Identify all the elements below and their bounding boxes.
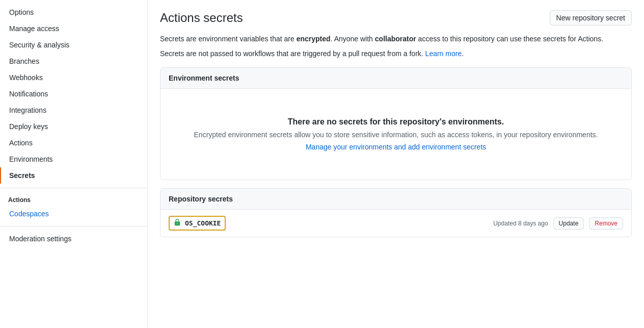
sidebar-item-deploy-keys[interactable]: Deploy keys [0, 118, 147, 135]
desc1-post: access to this repository can use these … [416, 35, 603, 43]
desc2-post: . [462, 49, 464, 58]
sidebar-item-notifications[interactable]: Notifications [0, 86, 147, 102]
environment-secrets-header: Environment secrets [160, 68, 631, 89]
description-line2: Secrets are not passed to workflows that… [160, 48, 632, 59]
learn-more-link[interactable]: Learn more [425, 49, 462, 58]
empty-state-desc: Encrypted environment secrets allow you … [177, 131, 615, 139]
sidebar-item-codespaces[interactable]: Codespaces [0, 206, 147, 222]
empty-state-title: There are no secrets for this repository… [177, 117, 615, 127]
sidebar-item-manage-access[interactable]: Manage access [0, 20, 147, 37]
remove-secret-button[interactable]: Remove [589, 217, 623, 230]
repository-secrets-header: Repository secrets [160, 189, 631, 210]
sidebar-item-branches[interactable]: Branches [0, 53, 147, 69]
sidebar-item-actions[interactable]: Actions [0, 135, 147, 151]
sidebar-item-moderation-settings[interactable]: Moderation settings [0, 231, 147, 247]
main-content: Actions secrets New repository secret Se… [148, 0, 644, 328]
sidebar-divider-2 [0, 226, 147, 226]
desc2-pre: Secrets are not passed to workflows that… [160, 49, 425, 58]
manage-environments-link[interactable]: Manage your environments and add environ… [306, 143, 486, 151]
repository-secrets-section: Repository secrets OS_COOKIE Updated 8 d… [160, 188, 632, 237]
environment-secrets-empty: There are no secrets for this repository… [169, 97, 623, 171]
description-line1: Secrets are environment variables that a… [160, 34, 632, 44]
lock-icon [174, 219, 181, 228]
environment-secrets-body: There are no secrets for this repository… [160, 89, 631, 180]
table-row: OS_COOKIE Updated 8 days ago Update Remo… [160, 210, 631, 237]
sidebar: Options Manage access Security & analysi… [0, 0, 148, 328]
secret-updated: Updated 8 days ago [493, 220, 548, 227]
update-secret-button[interactable]: Update [553, 217, 584, 230]
desc1-pre: Secrets are environment variables that a… [160, 35, 297, 43]
sidebar-item-environments[interactable]: Environments [0, 151, 147, 167]
secret-name-wrapper: OS_COOKIE [169, 216, 226, 231]
page-title: Actions secrets [160, 11, 243, 25]
desc1-bold2: collaborator [375, 35, 416, 43]
secret-name: OS_COOKIE [185, 219, 221, 227]
new-repository-secret-button[interactable]: New repository secret [550, 10, 632, 26]
sidebar-item-integrations[interactable]: Integrations [0, 102, 147, 118]
sidebar-divider [0, 188, 147, 188]
page-header: Actions secrets New repository secret [160, 10, 632, 26]
sidebar-item-webhooks[interactable]: Webhooks [0, 69, 147, 86]
sidebar-actions-section-title: Actions [0, 192, 147, 206]
sidebar-item-options[interactable]: Options [0, 4, 147, 20]
sidebar-item-secrets[interactable]: Secrets [0, 167, 147, 184]
secret-left: OS_COOKIE [169, 216, 226, 231]
environment-secrets-section: Environment secrets There are no secrets… [160, 67, 632, 180]
desc1-bold1: encrypted [297, 35, 331, 43]
desc1-mid: . Anyone with [331, 35, 375, 43]
sidebar-item-security-analysis[interactable]: Security & analysis [0, 37, 147, 53]
secret-right: Updated 8 days ago Update Remove [493, 217, 623, 230]
